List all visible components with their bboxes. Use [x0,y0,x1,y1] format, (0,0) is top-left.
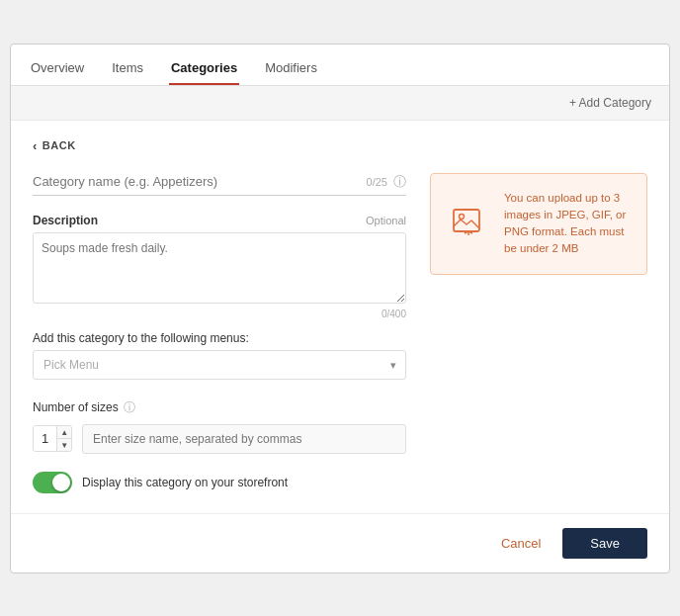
tab-items[interactable]: Items [110,54,145,85]
toggle-thumb [52,474,70,491]
stepper-up-button[interactable]: ▲ [57,426,71,439]
image-upload-icon [451,205,486,243]
form-row: 0/25 ⓘ Description Optional 0/400 Add th… [33,173,647,493]
chevron-left-icon: ‹ [33,138,38,153]
footer: Cancel Save [11,513,669,572]
sizes-row: 1 ▲ ▼ [33,424,406,454]
add-category-button[interactable]: + Add Category [569,96,651,110]
tab-overview[interactable]: Overview [29,54,86,85]
toggle-label: Display this category on your storefront [82,476,288,489]
form-left: 0/25 ⓘ Description Optional 0/400 Add th… [33,173,406,493]
description-char-limit: 0/400 [33,308,406,319]
description-textarea[interactable] [33,232,406,304]
cancel-button[interactable]: Cancel [491,530,551,557]
svg-point-1 [460,214,465,219]
storefront-toggle[interactable] [33,472,72,493]
main-content: ‹ BACK 0/25 ⓘ Description Optional 0/400 [11,121,669,513]
svg-rect-0 [454,210,479,231]
optional-text: Optional [366,215,406,226]
stepper-value: 1 [34,426,57,451]
description-label-row: Description Optional [33,214,406,227]
form-right: You can upload up to 3 images in JPEG, G… [430,173,647,493]
description-label: Description [33,214,98,227]
nav-tabs: Overview Items Categories Modifiers [11,44,669,86]
category-name-input[interactable] [33,174,367,189]
menu-select[interactable]: Pick Menu [33,350,406,380]
tab-modifiers[interactable]: Modifiers [263,54,319,85]
toggle-row: Display this category on your storefront [33,472,406,493]
stepper-down-button[interactable]: ▼ [57,439,71,451]
sizes-info-icon: ⓘ [124,399,135,416]
app-window: Overview Items Categories Modifiers + Ad… [10,44,670,573]
sizes-label-text: Number of sizes [33,400,119,414]
info-icon: ⓘ [393,173,406,191]
back-link[interactable]: ‹ BACK [33,138,647,153]
sizes-label: Number of sizes ⓘ [33,399,406,416]
tab-categories[interactable]: Categories [169,54,239,85]
menu-select-wrap: Pick Menu ▾ [33,350,406,380]
image-upload-box[interactable]: You can upload up to 3 images in JPEG, G… [430,173,647,275]
char-count: 0/25 [367,176,387,188]
stepper-arrows: ▲ ▼ [57,426,71,451]
back-label: BACK [42,139,76,151]
menu-label: Add this category to the following menus… [33,331,406,345]
upload-icon-wrap [447,205,490,243]
upload-description: You can upload up to 3 images in JPEG, G… [504,190,631,258]
save-button[interactable]: Save [562,528,647,559]
size-name-input[interactable] [82,424,406,454]
category-name-row: 0/25 ⓘ [33,173,406,196]
top-bar: + Add Category [11,86,669,121]
sizes-stepper: 1 ▲ ▼ [33,425,72,452]
